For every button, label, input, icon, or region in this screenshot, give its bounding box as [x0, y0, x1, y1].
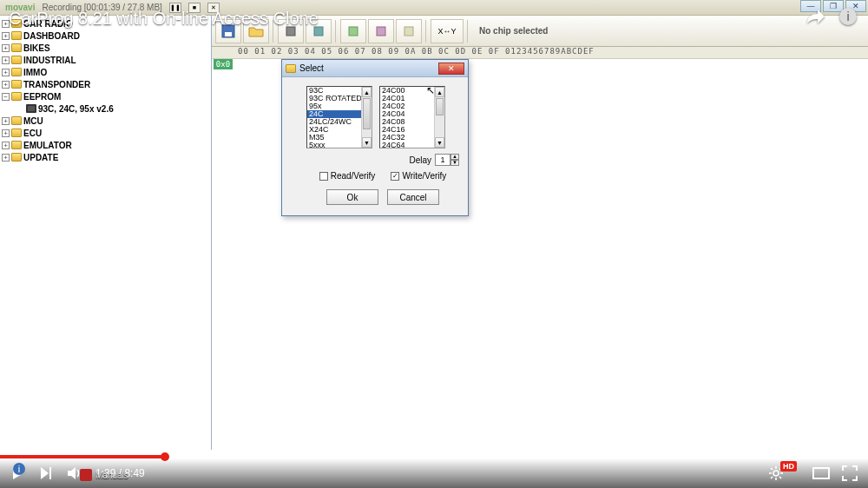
chip-icon: [26, 104, 36, 113]
hd-badge: HD: [780, 461, 797, 472]
scroll-up-button[interactable]: ▲: [362, 87, 372, 97]
tree-item-transponder[interactable]: +TRANSPONDER: [0, 78, 211, 90]
folder-icon: [11, 56, 22, 64]
delay-label: Delay: [409, 155, 431, 165]
share-icon[interactable]: [806, 8, 826, 25]
video-controls: 1:39 / 8:49 HD: [0, 458, 868, 488]
no-chip-label: No chip selected: [479, 26, 548, 36]
sidebar-tree[interactable]: +CAR RADIO +DASHBOARD +BIKES +INDUSTRIAL…: [0, 16, 212, 450]
folder-icon: [286, 64, 296, 73]
hex-header: 00 01 02 03 04 05 06 07 08 09 0A 0B 0C 0…: [212, 47, 868, 59]
folder-icon: [11, 153, 22, 162]
read-verify-checkbox[interactable]: Read/Verify: [319, 171, 376, 181]
svg-rect-18: [813, 468, 829, 478]
svg-line-15: [779, 477, 781, 478]
folder-icon: [11, 129, 22, 137]
folder-icon: [11, 141, 22, 149]
svg-text:i: i: [18, 464, 20, 474]
delay-input[interactable]: [435, 154, 450, 166]
folder-icon: [11, 43, 22, 52]
toolbar-chip-4-button[interactable]: [368, 19, 394, 43]
folder-icon: [11, 116, 22, 125]
tree-item-mcu[interactable]: +MCU: [0, 115, 211, 127]
select-dialog: Select ✕ 93C93C ROTATED95x24C24LC/24WCX2…: [281, 59, 469, 216]
folder-icon: [11, 80, 22, 89]
tree-item-eeprom-child[interactable]: 93C, 24C, 95x v2.6: [0, 102, 211, 115]
tree-item-emulator[interactable]: +EMULATOR: [0, 139, 211, 151]
dialog-close-button[interactable]: ✕: [438, 63, 464, 75]
scroll-down-button[interactable]: ▼: [435, 137, 444, 148]
variant-listbox[interactable]: 24C0024C0124C0224C0424C0824C1624C3224C64…: [379, 86, 445, 148]
scroll-thumb[interactable]: [363, 98, 371, 129]
tree-item-ecu[interactable]: +ECU: [0, 127, 211, 139]
video-title: CarProg 8.21 with On-line Access Clone: [9, 5, 319, 31]
info-taskbar-icon[interactable]: i: [12, 462, 26, 479]
cancel-button[interactable]: Cancel: [387, 189, 439, 205]
next-button[interactable]: [38, 465, 54, 481]
scroll-down-button[interactable]: ▼: [362, 137, 372, 148]
pdf-icon[interactable]: [80, 469, 92, 481]
settings-button[interactable]: HD: [768, 465, 800, 481]
scroll-up-button[interactable]: ▲: [435, 87, 444, 97]
family-listbox[interactable]: 93C93C ROTATED95x24C24LC/24WCX24CM355xxx…: [306, 86, 372, 148]
tree-item-industrial[interactable]: +INDUSTRIAL: [0, 54, 211, 66]
delay-spin-up[interactable]: ▲: [450, 154, 459, 160]
svg-rect-3: [225, 32, 232, 36]
folder-icon: [11, 31, 22, 40]
svg-line-14: [771, 468, 773, 470]
tree-item-update[interactable]: +UPDATE: [0, 151, 211, 163]
svg-point-9: [773, 471, 779, 476]
write-verify-checkbox[interactable]: ✓Write/Verify: [391, 171, 446, 181]
toolbar-chip-5-button[interactable]: [396, 19, 422, 43]
toolbar-xy-button[interactable]: X↔Y: [431, 19, 464, 43]
hex-row-offset: 0x0: [214, 59, 233, 69]
ok-button[interactable]: Ok: [326, 189, 378, 205]
taskbar-fragment: Manuals: [80, 469, 128, 481]
svg-text:i: i: [846, 10, 849, 23]
svg-rect-7: [377, 27, 385, 36]
theater-button[interactable]: [812, 467, 830, 479]
dialog-title: Select: [299, 63, 324, 73]
tree-item-immo[interactable]: +IMMO: [0, 66, 211, 78]
svg-rect-6: [349, 27, 358, 36]
info-icon[interactable]: i: [838, 7, 858, 26]
fullscreen-button[interactable]: [842, 465, 858, 481]
tree-item-bikes[interactable]: +BIKES: [0, 42, 211, 54]
tree-item-eeprom[interactable]: −EEPROM: [0, 90, 211, 102]
folder-icon: [11, 92, 22, 101]
toolbar-chip-3-button[interactable]: [340, 19, 366, 43]
svg-line-17: [771, 477, 773, 478]
svg-rect-8: [404, 27, 413, 36]
scroll-thumb[interactable]: [436, 98, 444, 115]
dialog-titlebar[interactable]: Select ✕: [282, 60, 468, 77]
delay-spin-down[interactable]: ▼: [450, 160, 459, 166]
tree-item-dashboard[interactable]: +DASHBOARD: [0, 30, 211, 42]
folder-icon: [11, 68, 22, 76]
